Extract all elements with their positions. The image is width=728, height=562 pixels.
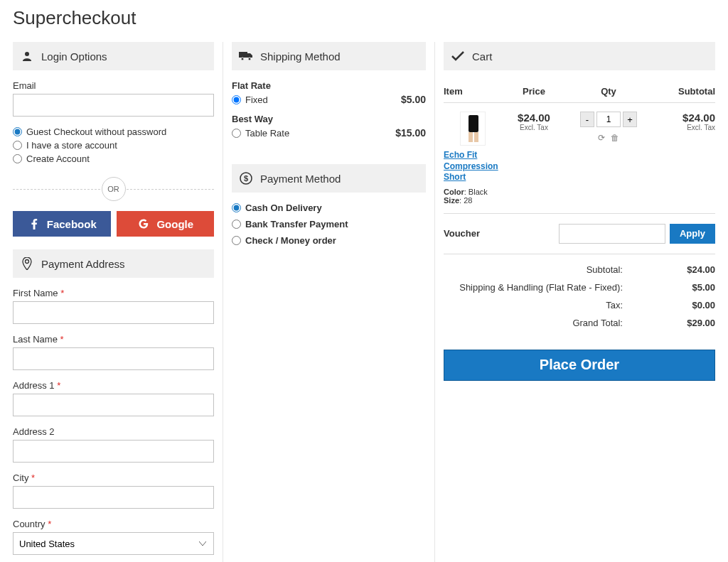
voucher-label: Voucher [444,228,559,239]
qty-input[interactable] [596,112,621,127]
item-price-excl: Excl. Tax [502,124,566,131]
col-qty: Qty [566,86,651,97]
cart-header-title: Cart [472,50,492,63]
firstname-input[interactable] [13,301,214,324]
address2-input[interactable] [13,440,214,463]
guest-checkout-label[interactable]: Guest Checkout without password [26,126,166,137]
pay-bank-label[interactable]: Bank Transfer Payment [245,219,348,229]
google-icon [136,217,151,231]
ship-fixed-radio[interactable] [232,95,241,104]
login-header: Login Options [13,42,214,70]
col-price: Price [502,86,566,97]
refresh-icon[interactable]: ⟳ [598,133,605,143]
google-label: Google [156,218,193,230]
ship-table-radio[interactable] [232,129,241,138]
country-select[interactable]: United States [13,532,214,555]
ship-group-flatrate: Flat Rate [232,80,426,91]
pay-cod-radio[interactable] [232,203,241,212]
address2-label: Address 2 [13,426,214,437]
ship-table-price: $15.00 [395,127,426,139]
lastname-label: Last Name [13,334,214,345]
cart-header: Cart [444,42,715,70]
guest-checkout-radio[interactable] [13,127,22,136]
ship-fixed-label[interactable]: Fixed [245,94,268,105]
have-account-radio[interactable] [13,141,22,150]
ship-group-bestway: Best Way [232,114,426,124]
truck-icon [239,49,253,63]
color-label: Color [444,188,464,196]
create-account-radio[interactable] [13,154,22,163]
grand-total-label: Grand Total: [444,318,651,328]
address1-label: Address 1 [13,380,214,391]
trash-icon[interactable]: 🗑 [611,133,619,143]
facebook-icon [27,217,41,231]
svg-point-2 [248,58,251,60]
dollar-circle-icon: $ [239,171,253,185]
create-account-label[interactable]: Create Account [26,153,90,164]
product-name-link[interactable]: Echo Fit Compression Short [444,150,502,183]
page-title: Supercheckout [13,7,715,29]
item-subtotal: $24.00 [651,112,715,124]
tax-label: Tax: [444,300,651,310]
svg-point-0 [25,52,29,56]
product-thumbnail [460,112,486,146]
address-header-title: Payment Address [41,258,125,270]
ship-fixed-price: $5.00 [401,94,426,105]
shipping-total-value: $5.00 [651,282,715,293]
shipping-header: Shipping Method [232,42,426,70]
qty-minus-button[interactable]: - [580,112,594,127]
item-price: $24.00 [502,112,566,124]
place-order-button[interactable]: Place Order [444,350,715,381]
payment-header-title: Payment Method [260,173,341,185]
size-label: Size [444,196,459,205]
col-item: Item [444,86,502,97]
voucher-input[interactable] [559,224,665,244]
email-label: Email [13,80,214,91]
facebook-button[interactable]: Facebook [13,211,111,237]
email-input[interactable] [13,94,214,117]
col-subtotal: Subtotal [651,86,715,97]
apply-button[interactable]: Apply [670,224,715,244]
address-header: Payment Address [13,249,214,278]
shipping-total-label: Shipping & Handling (Flat Rate - Fixed): [444,282,651,293]
have-account-label[interactable]: I have a store account [26,140,117,151]
svg-point-1 [241,58,244,60]
cart-row: Echo Fit Compression Short Color: Black … [444,103,715,214]
address1-input[interactable] [13,394,214,416]
country-label: Country [13,519,214,529]
svg-text:$: $ [244,174,248,183]
pay-cod-label[interactable]: Cash On Delivery [245,202,322,213]
lastname-input[interactable] [13,347,214,370]
size-value: 28 [464,196,472,205]
google-button[interactable]: Google [117,211,215,237]
ship-table-label[interactable]: Table Rate [245,128,289,139]
firstname-label: First Name [13,288,214,298]
city-input[interactable] [13,486,214,509]
qty-plus-button[interactable]: + [623,112,637,127]
city-label: City [13,472,214,483]
pay-check-radio[interactable] [232,236,241,245]
pay-check-label[interactable]: Check / Money order [245,235,336,246]
facebook-label: Facebook [47,218,97,230]
cart-table-head: Item Price Qty Subtotal [444,80,715,103]
subtotal-value: $24.00 [651,264,715,275]
shipping-header-title: Shipping Method [260,50,341,63]
payment-header: $ Payment Method [232,164,426,193]
subtotal-label: Subtotal: [444,264,651,275]
user-icon [20,49,34,63]
pay-bank-radio[interactable] [232,220,241,229]
color-value: Black [469,188,488,196]
check-icon [451,49,465,63]
item-subtotal-excl: Excl. Tax [651,124,715,131]
or-label: OR [102,177,126,201]
tax-value: $0.00 [651,300,715,310]
grand-total-value: $29.00 [651,318,715,328]
or-divider: OR [13,177,214,201]
login-header-title: Login Options [41,50,107,63]
location-pin-icon [20,256,34,271]
